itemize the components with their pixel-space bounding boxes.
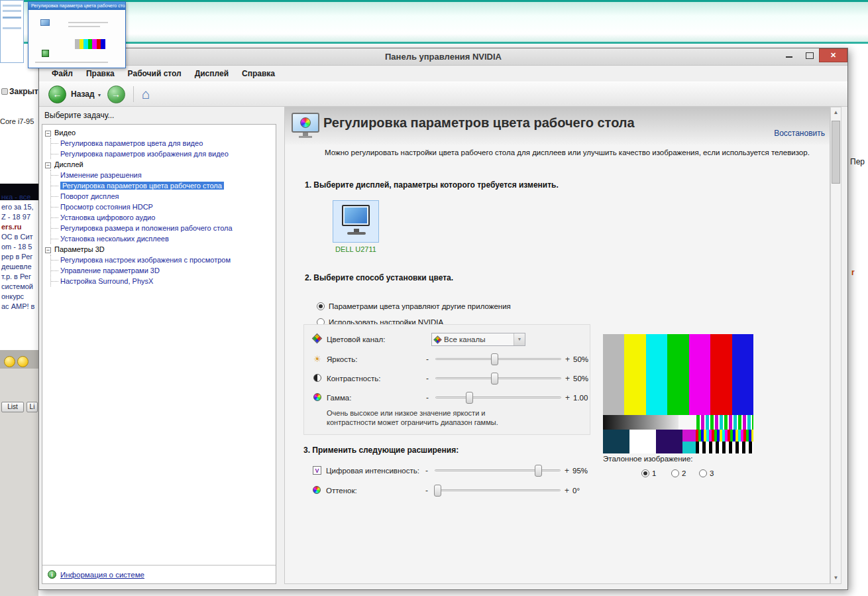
minus-label: - — [425, 466, 428, 475]
slider-thumb[interactable] — [535, 465, 542, 477]
tree-item[interactable]: Изменение разрешения — [51, 170, 276, 180]
closed-tab-label: Закрыт — [9, 87, 38, 96]
radio-other-apps-label[interactable]: Параметрами цвета управляют другие прило… — [329, 302, 511, 310]
page-text-fragment: его за 15, — [1, 203, 34, 211]
color-channel-icon — [312, 333, 323, 344]
page-description: Можно регулировать настройки цвета рабоч… — [325, 149, 810, 156]
tree-item[interactable]: Регулировка настроек изображения с просм… — [51, 255, 276, 265]
scroll-down-icon[interactable] — [831, 573, 841, 583]
brightness-row: ☀ Яркость: - + 50% — [304, 353, 590, 366]
menu-edit[interactable]: Правка — [80, 68, 121, 80]
close-button[interactable] — [819, 48, 847, 62]
system-info-footer: Информация о системе — [42, 565, 276, 583]
minus-label: - — [425, 486, 428, 495]
vertical-scrollbar[interactable] — [830, 107, 841, 584]
restore-link[interactable]: Восстановить — [774, 129, 825, 138]
radio-other-apps[interactable] — [317, 302, 325, 310]
hue-slider[interactable] — [435, 485, 561, 497]
tree-item[interactable]: Регулировка параметров изображения для в… — [51, 149, 276, 159]
home-icon[interactable]: ⌂ — [142, 88, 150, 101]
tree-node-video[interactable]: Видео — [45, 127, 276, 138]
tree-item[interactable]: Установка цифрового аудио — [51, 212, 276, 223]
minus-label: - — [426, 374, 429, 383]
back-dropdown-icon[interactable]: ▼ — [97, 93, 102, 97]
plus-label: + — [565, 486, 569, 495]
menu-file[interactable]: Файл — [46, 68, 79, 80]
tree-item[interactable]: Регулировка параметров цвета для видео — [51, 138, 276, 149]
slider-track — [435, 396, 561, 398]
digital-vibrance-row: Цифровая интенсивность: - + 95% — [285, 464, 830, 477]
tree-node-3d[interactable]: Параметры 3D — [45, 244, 276, 255]
tab-close-icon[interactable] — [1, 88, 8, 95]
back-button[interactable] — [48, 86, 66, 103]
page-link-fragment[interactable]: ers.ru — [1, 223, 22, 231]
system-info-link[interactable]: Информация о системе — [60, 571, 144, 579]
tree-item[interactable]: Поворот дисплея — [51, 191, 276, 202]
brightness-label: Яркость: — [327, 355, 357, 363]
tree-item[interactable]: Управление параметрами 3D — [51, 265, 276, 276]
plus-label: + — [565, 466, 569, 475]
tree-item[interactable]: Просмотр состояния HDCP — [51, 202, 276, 212]
hue-value: 0° — [572, 487, 580, 495]
tree-item[interactable]: Настройка Surround, PhysX — [51, 276, 276, 286]
scrollbar-thumb[interactable] — [832, 121, 840, 184]
step2-heading: 2. Выберите способ установки цвета. — [305, 273, 453, 282]
digital-vibrance-slider[interactable] — [435, 465, 561, 477]
toolbar-separator — [133, 86, 134, 102]
scroll-up-icon[interactable] — [831, 107, 841, 118]
titlebar[interactable]: Панель управления NVIDIA — [39, 48, 847, 66]
back-label[interactable]: Назад — [71, 89, 95, 99]
forward-button[interactable] — [107, 86, 125, 103]
menu-display[interactable]: Дисплей — [189, 68, 235, 80]
list-button[interactable]: List — [1, 402, 24, 412]
page-text-fragment: т.р. в Рег — [1, 272, 31, 280]
brightness-slider[interactable] — [435, 353, 561, 365]
collapse-icon[interactable] — [45, 131, 51, 137]
minimize-button[interactable] — [779, 48, 799, 62]
gamma-row: Гамма: - + 1.00 — [304, 391, 590, 404]
info-icon — [48, 570, 56, 579]
mini-nvidia-icon — [42, 50, 49, 57]
mini-line — [3, 5, 21, 7]
color-channel-select[interactable]: Все каналы — [431, 333, 525, 346]
collapse-icon[interactable] — [45, 162, 51, 168]
minus-label: - — [426, 393, 429, 402]
tree-node-display[interactable]: Дисплей — [45, 159, 276, 170]
maximize-button[interactable] — [799, 48, 819, 62]
background-mini-window — [0, 0, 24, 63]
menu-help[interactable]: Справка — [236, 68, 281, 80]
hue-icon — [313, 486, 321, 494]
right-text-fragment: r — [851, 268, 855, 277]
contrast-slider[interactable] — [435, 373, 561, 385]
gamma-slider[interactable] — [435, 392, 561, 404]
menu-desktop[interactable]: Рабочий стол — [122, 68, 188, 80]
tree-item[interactable]: Установка нескольких дисплеев — [51, 233, 276, 244]
mini-window-title: Регулировка параметра цвета рабочего сто… — [28, 2, 125, 10]
page-text-fragment: онкурс — [1, 292, 24, 300]
collapse-icon[interactable] — [45, 247, 51, 253]
task-tree: Видео Регулировка параметров цвета для в… — [42, 125, 276, 564]
nvidia-settings-panel: Цветовой канал: Все каналы ☀ Яркость: - — [303, 324, 590, 435]
slider-thumb[interactable] — [434, 485, 441, 497]
page-text-fragment: Z - 18 97 — [1, 213, 30, 221]
chevron-down-icon[interactable] — [514, 333, 525, 345]
mini-colorbars — [75, 39, 105, 49]
plus-label: + — [565, 393, 570, 402]
gradient-strip — [603, 415, 753, 430]
plus-label: + — [565, 355, 570, 364]
slider-thumb[interactable] — [491, 373, 498, 385]
tree-item[interactable]: Регулировка размера и положения рабочего… — [51, 223, 276, 233]
slider-thumb[interactable] — [491, 353, 498, 365]
slider-thumb[interactable] — [466, 392, 473, 404]
page-text-fragment: дешевле — [1, 263, 32, 270]
display-color-icon — [292, 113, 322, 139]
display-tile[interactable] — [333, 200, 379, 243]
list-button[interactable]: Li — [27, 402, 38, 412]
content-area: Регулировка параметров цвета рабочего ст… — [284, 107, 830, 584]
cpu-text-fragment: Core i7-95 — [0, 117, 34, 125]
preview-mini-window[interactable]: Регулировка параметра цвета рабочего сто… — [28, 1, 126, 68]
tree-item-selected[interactable]: Регулировка параметров цвета рабочего ст… — [51, 180, 276, 191]
hue-row: Оттенок: - + 0° — [285, 484, 830, 497]
step1-heading: 1. Выберите дисплей, параметры которого … — [305, 180, 559, 190]
page-text-fragment: системой — [1, 282, 33, 290]
